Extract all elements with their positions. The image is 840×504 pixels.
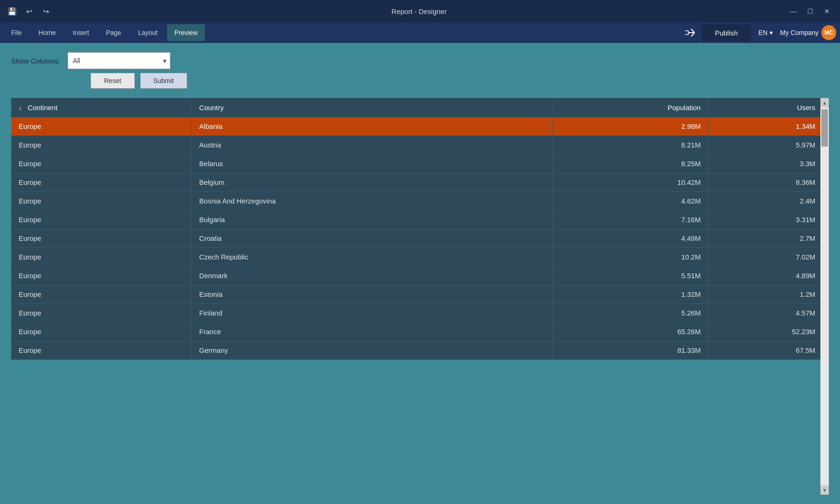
table-row[interactable]: EuropeFrance65.26M52.23M bbox=[11, 322, 829, 341]
cell-country: Estonia bbox=[191, 285, 552, 304]
menu-layout[interactable]: Layout bbox=[131, 24, 165, 41]
maximize-button[interactable]: ☐ bbox=[803, 5, 818, 18]
window-controls: — ☐ ✕ bbox=[786, 5, 834, 18]
cell-population: 8.25M bbox=[552, 154, 708, 173]
table-row[interactable]: EuropeBelarus8.25M3.3M bbox=[11, 154, 829, 173]
menu-page[interactable]: Page bbox=[98, 24, 129, 41]
minimize-button[interactable]: — bbox=[786, 5, 801, 18]
menu-insert[interactable]: Insert bbox=[65, 24, 97, 41]
table-row[interactable]: EuropeEstonia1.32M1.2M bbox=[11, 285, 829, 304]
filter-actions: Reset Submit bbox=[11, 73, 829, 89]
table-header: ↓ Continent Country Population Users bbox=[11, 98, 829, 117]
publish-button[interactable]: Publish bbox=[702, 24, 751, 41]
save-icon: 💾 bbox=[7, 7, 17, 16]
col-header-country[interactable]: Country bbox=[191, 98, 552, 117]
cell-country: Denmark bbox=[191, 266, 552, 285]
avatar: MC bbox=[821, 25, 836, 40]
col-header-continent[interactable]: ↓ Continent bbox=[11, 98, 191, 117]
cell-users: 67.5M bbox=[708, 341, 829, 360]
cell-users: 5.97M bbox=[708, 136, 829, 154]
cell-continent: Europe bbox=[11, 154, 191, 173]
cell-population: 5.26M bbox=[552, 304, 708, 322]
col-label-country: Country bbox=[199, 104, 224, 112]
reset-button[interactable]: Reset bbox=[91, 73, 135, 89]
cell-continent: Europe bbox=[11, 229, 191, 248]
cell-population: 65.26M bbox=[552, 322, 708, 341]
col-header-users[interactable]: Users bbox=[708, 98, 829, 117]
menubar: File Home Insert Page Layout Preview Pub… bbox=[0, 22, 840, 43]
table-row[interactable]: EuropeAustria8.21M5.97M bbox=[11, 136, 829, 154]
table-row[interactable]: EuropeCroatia4.49M2.7M bbox=[11, 229, 829, 248]
app-title: Report - Designer bbox=[52, 7, 786, 15]
cell-country: Austria bbox=[191, 136, 552, 154]
redo-icon: ↪ bbox=[43, 7, 49, 16]
cell-users: 2.7M bbox=[708, 229, 829, 248]
cell-continent: Europe bbox=[11, 192, 191, 210]
scroll-track[interactable] bbox=[820, 107, 829, 485]
cell-population: 10.42M bbox=[552, 173, 708, 192]
content-area: Show Columns: All ▾ Reset Submit ↓ Conti bbox=[0, 43, 840, 504]
scrollbar[interactable]: ▲ ▼ bbox=[820, 98, 829, 495]
cell-continent: Europe bbox=[11, 304, 191, 322]
cell-users: 4.89M bbox=[708, 266, 829, 285]
cell-continent: Europe bbox=[11, 266, 191, 285]
table-row[interactable]: EuropeBelgium10.42M8.36M bbox=[11, 173, 829, 192]
table-row[interactable]: EuropeCzech Republic10.2M7.02M bbox=[11, 248, 829, 266]
minimize-icon: — bbox=[790, 7, 797, 15]
table-row[interactable]: EuropeAlbania2.98M1.34M bbox=[11, 117, 829, 136]
cell-country: Germany bbox=[191, 341, 552, 360]
data-table-wrap: ↓ Continent Country Population Users bbox=[11, 98, 829, 495]
titlebar: 💾 ↩ ↪ Report - Designer — ☐ ✕ bbox=[0, 0, 840, 22]
maximize-icon: ☐ bbox=[807, 7, 813, 15]
cell-continent: Europe bbox=[11, 341, 191, 360]
cell-users: 3.31M bbox=[708, 210, 829, 229]
table-row[interactable]: EuropeBosnia And Herzegovina4.62M2.4M bbox=[11, 192, 829, 210]
cell-population: 7.16M bbox=[552, 210, 708, 229]
cell-country: France bbox=[191, 322, 552, 341]
col-label-continent: Continent bbox=[28, 104, 57, 112]
user-label: My Company bbox=[780, 29, 819, 36]
menu-home[interactable]: Home bbox=[31, 24, 63, 41]
cell-continent: Europe bbox=[11, 136, 191, 154]
scroll-down-button[interactable]: ▼ bbox=[820, 485, 829, 495]
table-row[interactable]: EuropeBulgaria7.16M3.31M bbox=[11, 210, 829, 229]
show-columns-select-wrap: All ▾ bbox=[68, 52, 170, 69]
submit-button[interactable]: Submit bbox=[140, 73, 188, 89]
show-columns-label: Show Columns: bbox=[11, 57, 60, 65]
table-row[interactable]: EuropeDenmark5.51M4.89M bbox=[11, 266, 829, 285]
save-button[interactable]: 💾 bbox=[6, 5, 19, 18]
cell-users: 7.02M bbox=[708, 248, 829, 266]
menu-file[interactable]: File bbox=[4, 24, 29, 41]
menubar-right: Publish EN ▾ My Company MC bbox=[681, 24, 836, 41]
cell-population: 4.62M bbox=[552, 192, 708, 210]
share-button[interactable] bbox=[681, 24, 698, 41]
scroll-up-button[interactable]: ▲ bbox=[820, 98, 829, 107]
cell-country: Czech Republic bbox=[191, 248, 552, 266]
language-selector[interactable]: EN ▾ bbox=[755, 29, 776, 36]
filter-panel: Show Columns: All ▾ Reset Submit bbox=[11, 52, 829, 89]
cell-continent: Europe bbox=[11, 285, 191, 304]
undo-button[interactable]: ↩ bbox=[22, 5, 35, 18]
cell-population: 5.51M bbox=[552, 266, 708, 285]
cell-continent: Europe bbox=[11, 173, 191, 192]
cell-users: 8.36M bbox=[708, 173, 829, 192]
redo-button[interactable]: ↪ bbox=[39, 5, 52, 18]
cell-population: 4.49M bbox=[552, 229, 708, 248]
cell-country: Croatia bbox=[191, 229, 552, 248]
cell-users: 2.4M bbox=[708, 192, 829, 210]
user-area[interactable]: My Company MC bbox=[780, 25, 836, 40]
close-button[interactable]: ✕ bbox=[819, 5, 834, 18]
table-row[interactable]: EuropeFinland5.26M4.57M bbox=[11, 304, 829, 322]
show-columns-select[interactable]: All bbox=[68, 52, 170, 69]
cell-country: Belgium bbox=[191, 173, 552, 192]
menu-preview[interactable]: Preview bbox=[167, 24, 205, 41]
cell-users: 1.2M bbox=[708, 285, 829, 304]
cell-country: Bosnia And Herzegovina bbox=[191, 192, 552, 210]
cell-users: 1.34M bbox=[708, 117, 829, 136]
col-header-population[interactable]: Population bbox=[552, 98, 708, 117]
cell-country: Albania bbox=[191, 117, 552, 136]
scroll-thumb[interactable] bbox=[821, 109, 828, 147]
cell-continent: Europe bbox=[11, 248, 191, 266]
table-row[interactable]: EuropeGermany81.33M67.5M bbox=[11, 341, 829, 360]
data-table: ↓ Continent Country Population Users bbox=[11, 98, 829, 360]
